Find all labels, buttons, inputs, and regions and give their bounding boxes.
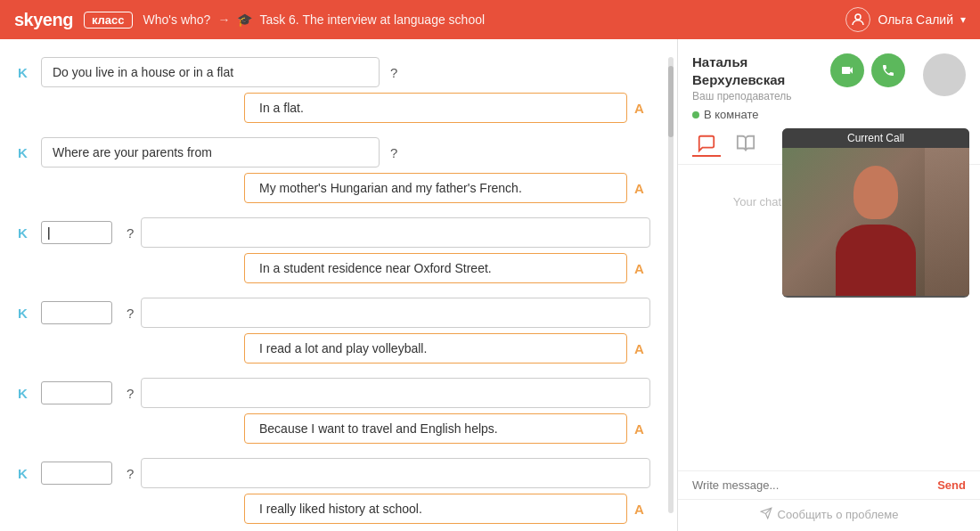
send-button[interactable]: Send <box>937 478 966 492</box>
task-label: Task 6. The interview at language school <box>259 12 485 27</box>
qa-block-4: K ? I read a lot and play volleyball. A <box>18 298 650 364</box>
answer-box-3: In a student residence near Oxford Stree… <box>244 253 627 283</box>
question-row-5: K ? <box>18 378 650 408</box>
answer-row-6: I really liked history at school. A <box>18 494 650 524</box>
answer-row-3: In a student residence near Oxford Stree… <box>18 253 650 283</box>
a-label-4: A <box>634 341 650 356</box>
a-label-6: A <box>634 502 650 517</box>
answer-box-4: I read a lot and play volleyball. <box>244 333 627 364</box>
teacher-role: Ваш преподаватель <box>692 90 830 102</box>
content-area: K Do you live in a house or in a flat ? … <box>0 39 677 531</box>
a-label-2: A <box>634 181 650 196</box>
chat-input-row: Send <box>678 470 980 499</box>
qa-block-2: K Where are your parents from ? My mothe… <box>18 137 650 203</box>
teacher-section: Наталья Верхулевская Ваш преподаватель В… <box>678 39 980 128</box>
k-label-2: K <box>18 145 34 160</box>
video-call-header: Current Call <box>782 128 969 148</box>
question-mark-6: ? <box>127 466 134 481</box>
k-label-5: K <box>18 386 34 401</box>
main-layout: K Do you live in a house or in a flat ? … <box>0 39 980 531</box>
breadcrumb: Who's who? → 🎓 Task 6. The interview at … <box>143 12 486 27</box>
a-label-1: A <box>634 101 650 116</box>
video-call: Current Call <box>782 128 969 298</box>
question-input-3[interactable] <box>41 221 112 244</box>
person-head <box>853 166 898 219</box>
teacher-controls <box>830 53 905 87</box>
person-body <box>836 225 916 296</box>
question-mark-4: ? <box>127 306 134 321</box>
svg-point-0 <box>855 14 861 20</box>
answer-box-5: Because I want to travel and English hel… <box>244 413 627 444</box>
sidebar: Наталья Верхулевская Ваш преподаватель В… <box>677 39 980 531</box>
teacher-info: Наталья Верхулевская Ваш преподаватель В… <box>692 53 830 121</box>
question-row-1: K Do you live in a house or in a flat ? <box>18 57 650 87</box>
qa-block-1: K Do you live in a house or in a flat ? … <box>18 57 650 123</box>
question-row-4: K ? <box>18 298 650 328</box>
question-input-4[interactable] <box>41 301 112 324</box>
report-text: Сообщить о проблеме <box>778 508 899 521</box>
user-name-header: Ольга Салий <box>878 12 953 27</box>
question-mark-1: ? <box>390 65 397 80</box>
breadcrumb-who[interactable]: Who's who? <box>143 12 211 27</box>
qa-block-6: K ? I really liked history at school. A <box>18 458 650 524</box>
tab-book[interactable] <box>731 132 760 157</box>
question-mark-3: ? <box>127 225 134 241</box>
chat-input[interactable] <box>692 478 930 492</box>
report-row[interactable]: Сообщить о проблеме <box>678 499 980 531</box>
a-label-5: A <box>634 421 650 437</box>
tab-chat[interactable] <box>692 132 721 157</box>
question-row-3: K ? <box>18 217 650 248</box>
answer-box-1: In a flat. <box>244 93 627 123</box>
answer-row-1: In a flat. A <box>18 93 650 123</box>
qa-block-3: K ? In a student residence near Oxford S… <box>18 217 650 283</box>
status-text: В комнате <box>704 108 758 121</box>
qa-block-5: K ? Because I want to travel and English… <box>18 378 650 444</box>
phone-button[interactable] <box>871 53 905 87</box>
question-input-6[interactable] <box>41 462 112 485</box>
question-row-6: K ? <box>18 458 650 488</box>
answer-row-2: My mother's Hungarian and my father's Fr… <box>18 173 650 203</box>
answer-box-6: I really liked history at school. <box>244 494 627 524</box>
paper-plane-icon <box>760 507 772 522</box>
video-button[interactable] <box>830 53 864 87</box>
answer-box-2: My mother's Hungarian and my father's Fr… <box>244 173 627 203</box>
status-dot <box>692 111 699 118</box>
class-badge[interactable]: класс <box>84 12 133 29</box>
header-right: Ольга Салий ▾ <box>845 7 966 32</box>
k-label-4: K <box>18 306 34 321</box>
logo: skyeng <box>14 10 73 30</box>
question-row-2: K Where are your parents from ? <box>18 137 650 167</box>
question-input-5[interactable] <box>41 381 112 404</box>
video-feed <box>782 148 969 296</box>
teacher-status: В комнате <box>692 108 830 121</box>
scrollbar-thumb[interactable] <box>668 66 674 137</box>
arrow-icon: → <box>217 12 230 27</box>
question-mark-5: ? <box>127 386 134 401</box>
header: skyeng класс Who's who? → 🎓 Task 6. The … <box>0 0 980 39</box>
k-label-1: K <box>18 65 34 80</box>
answer-row-5: Because I want to travel and English hel… <box>18 413 650 444</box>
question-box-1: Do you live in a house or in a flat <box>41 57 380 87</box>
teacher-avatar <box>923 53 966 96</box>
teacher-name: Наталья Верхулевская <box>692 53 830 88</box>
k-label-6: K <box>18 466 34 481</box>
task-icon: 🎓 <box>237 12 252 27</box>
person-sim <box>782 148 969 296</box>
question-mark-2: ? <box>390 145 397 160</box>
chevron-down-icon[interactable]: ▾ <box>960 13 966 26</box>
scrollbar-track[interactable] <box>668 57 674 513</box>
question-box-2: Where are your parents from <box>41 137 380 167</box>
k-label-3: K <box>18 225 34 241</box>
a-label-3: A <box>634 261 650 276</box>
answer-row-4: I read a lot and play volleyball. A <box>18 333 650 364</box>
user-avatar-header <box>845 7 870 32</box>
